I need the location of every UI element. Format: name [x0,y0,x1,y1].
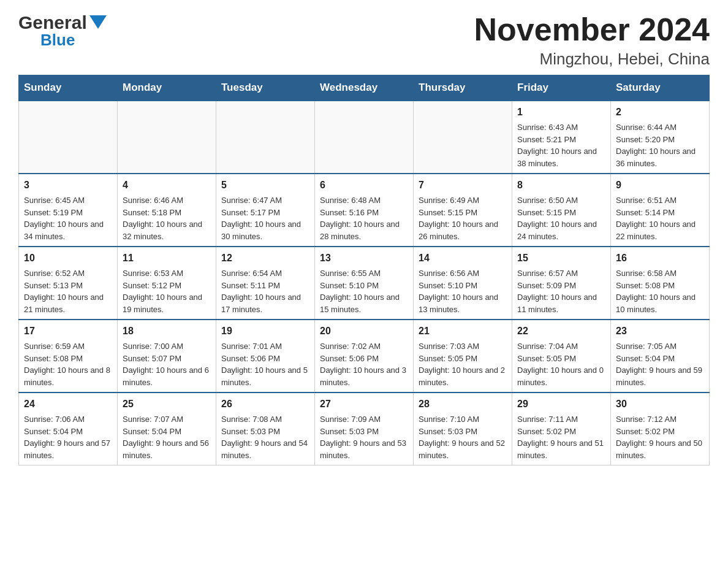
day-number: 26 [221,397,309,412]
day-number: 5 [221,178,309,193]
week-row: 3Sunrise: 6:45 AMSunset: 5:19 PMDaylight… [19,174,710,247]
calendar-cell: 15Sunrise: 6:57 AMSunset: 5:09 PMDayligh… [512,247,611,320]
day-number: 8 [517,178,605,193]
day-number: 19 [221,324,309,339]
week-row: 1Sunrise: 6:43 AMSunset: 5:21 PMDaylight… [19,101,710,174]
weekday-header: Friday [512,75,611,101]
calendar-cell: 13Sunrise: 6:55 AMSunset: 5:10 PMDayligh… [315,247,414,320]
day-number: 24 [24,397,112,412]
calendar-title: November 2024 [474,12,710,47]
day-number: 7 [419,178,507,193]
day-number: 10 [24,251,112,266]
day-info: Sunrise: 7:08 AMSunset: 5:03 PMDaylight:… [221,413,309,461]
day-info: Sunrise: 6:55 AMSunset: 5:10 PMDaylight:… [320,267,408,315]
day-number: 15 [517,251,605,266]
calendar-cell: 26Sunrise: 7:08 AMSunset: 5:03 PMDayligh… [216,393,315,465]
day-info: Sunrise: 6:47 AMSunset: 5:17 PMDaylight:… [221,194,309,242]
calendar-cell: 23Sunrise: 7:05 AMSunset: 5:04 PMDayligh… [611,320,710,393]
day-info: Sunrise: 7:01 AMSunset: 5:06 PMDaylight:… [221,340,309,388]
calendar-subtitle: Mingzhou, Hebei, China [474,50,710,69]
svg-marker-0 [89,15,107,29]
day-info: Sunrise: 7:09 AMSunset: 5:03 PMDaylight:… [320,413,408,461]
calendar-cell: 29Sunrise: 7:11 AMSunset: 5:02 PMDayligh… [512,393,611,465]
day-info: Sunrise: 6:49 AMSunset: 5:15 PMDaylight:… [419,194,507,242]
calendar-cell: 10Sunrise: 6:52 AMSunset: 5:13 PMDayligh… [19,247,118,320]
day-number: 23 [616,324,704,339]
logo-general-text: General [18,12,87,33]
calendar-cell [216,101,315,174]
calendar-cell: 18Sunrise: 7:00 AMSunset: 5:07 PMDayligh… [118,320,216,393]
week-row: 24Sunrise: 7:06 AMSunset: 5:04 PMDayligh… [19,393,710,465]
calendar-cell [19,101,118,174]
day-info: Sunrise: 6:54 AMSunset: 5:11 PMDaylight:… [221,267,309,315]
day-number: 18 [123,324,211,339]
day-info: Sunrise: 6:50 AMSunset: 5:15 PMDaylight:… [517,194,605,242]
day-info: Sunrise: 7:07 AMSunset: 5:04 PMDaylight:… [123,413,211,461]
calendar-cell: 1Sunrise: 6:43 AMSunset: 5:21 PMDaylight… [512,101,611,174]
weekday-header: Thursday [414,75,512,101]
day-info: Sunrise: 7:11 AMSunset: 5:02 PMDaylight:… [517,413,605,461]
day-info: Sunrise: 7:05 AMSunset: 5:04 PMDaylight:… [616,340,704,388]
weekday-header-row: SundayMondayTuesdayWednesdayThursdayFrid… [19,75,710,101]
calendar-cell: 9Sunrise: 6:51 AMSunset: 5:14 PMDaylight… [611,174,710,247]
calendar-cell: 25Sunrise: 7:07 AMSunset: 5:04 PMDayligh… [118,393,216,465]
page-header: General Blue November 2024 Mingzhou, Heb… [18,12,710,69]
calendar-cell: 5Sunrise: 6:47 AMSunset: 5:17 PMDaylight… [216,174,315,247]
day-info: Sunrise: 7:12 AMSunset: 5:02 PMDaylight:… [616,413,704,461]
calendar-cell: 20Sunrise: 7:02 AMSunset: 5:06 PMDayligh… [315,320,414,393]
calendar-cell: 7Sunrise: 6:49 AMSunset: 5:15 PMDaylight… [414,174,512,247]
calendar-cell: 4Sunrise: 6:46 AMSunset: 5:18 PMDaylight… [118,174,216,247]
day-number: 12 [221,251,309,266]
day-number: 13 [320,251,408,266]
day-info: Sunrise: 6:51 AMSunset: 5:14 PMDaylight:… [616,194,704,242]
calendar-cell: 8Sunrise: 6:50 AMSunset: 5:15 PMDaylight… [512,174,611,247]
day-number: 20 [320,324,408,339]
day-info: Sunrise: 6:57 AMSunset: 5:09 PMDaylight:… [517,267,605,315]
calendar-cell: 2Sunrise: 6:44 AMSunset: 5:20 PMDaylight… [611,101,710,174]
calendar-table: SundayMondayTuesdayWednesdayThursdayFrid… [18,75,710,465]
calendar-cell: 3Sunrise: 6:45 AMSunset: 5:19 PMDaylight… [19,174,118,247]
calendar-cell: 30Sunrise: 7:12 AMSunset: 5:02 PMDayligh… [611,393,710,465]
day-number: 9 [616,178,704,193]
day-number: 6 [320,178,408,193]
day-info: Sunrise: 6:43 AMSunset: 5:21 PMDaylight:… [517,121,605,169]
day-number: 27 [320,397,408,412]
calendar-cell [118,101,216,174]
calendar-cell: 19Sunrise: 7:01 AMSunset: 5:06 PMDayligh… [216,320,315,393]
weekday-header: Sunday [19,75,118,101]
weekday-header: Monday [118,75,216,101]
calendar-cell: 11Sunrise: 6:53 AMSunset: 5:12 PMDayligh… [118,247,216,320]
day-info: Sunrise: 7:00 AMSunset: 5:07 PMDaylight:… [123,340,211,388]
day-number: 4 [123,178,211,193]
day-number: 16 [616,251,704,266]
day-number: 25 [123,397,211,412]
day-number: 29 [517,397,605,412]
day-number: 2 [616,105,704,120]
day-info: Sunrise: 7:02 AMSunset: 5:06 PMDaylight:… [320,340,408,388]
day-info: Sunrise: 6:56 AMSunset: 5:10 PMDaylight:… [419,267,507,315]
calendar-cell: 14Sunrise: 6:56 AMSunset: 5:10 PMDayligh… [414,247,512,320]
day-info: Sunrise: 6:45 AMSunset: 5:19 PMDaylight:… [24,194,112,242]
day-info: Sunrise: 6:52 AMSunset: 5:13 PMDaylight:… [24,267,112,315]
day-number: 21 [419,324,507,339]
weekday-header: Tuesday [216,75,315,101]
calendar-cell: 22Sunrise: 7:04 AMSunset: 5:05 PMDayligh… [512,320,611,393]
day-number: 1 [517,105,605,120]
day-info: Sunrise: 6:44 AMSunset: 5:20 PMDaylight:… [616,121,704,169]
day-info: Sunrise: 6:46 AMSunset: 5:18 PMDaylight:… [123,194,211,242]
day-info: Sunrise: 7:10 AMSunset: 5:03 PMDaylight:… [419,413,507,461]
day-number: 11 [123,251,211,266]
logo-triangle-icon [89,15,107,31]
day-info: Sunrise: 6:48 AMSunset: 5:16 PMDaylight:… [320,194,408,242]
day-info: Sunrise: 6:58 AMSunset: 5:08 PMDaylight:… [616,267,704,315]
calendar-cell: 24Sunrise: 7:06 AMSunset: 5:04 PMDayligh… [19,393,118,465]
calendar-cell: 27Sunrise: 7:09 AMSunset: 5:03 PMDayligh… [315,393,414,465]
logo-blue-text: Blue [40,31,75,49]
week-row: 17Sunrise: 6:59 AMSunset: 5:08 PMDayligh… [19,320,710,393]
day-number: 28 [419,397,507,412]
title-block: November 2024 Mingzhou, Hebei, China [474,12,710,69]
calendar-cell: 17Sunrise: 6:59 AMSunset: 5:08 PMDayligh… [19,320,118,393]
calendar-cell: 6Sunrise: 6:48 AMSunset: 5:16 PMDaylight… [315,174,414,247]
calendar-cell [315,101,414,174]
day-number: 17 [24,324,112,339]
